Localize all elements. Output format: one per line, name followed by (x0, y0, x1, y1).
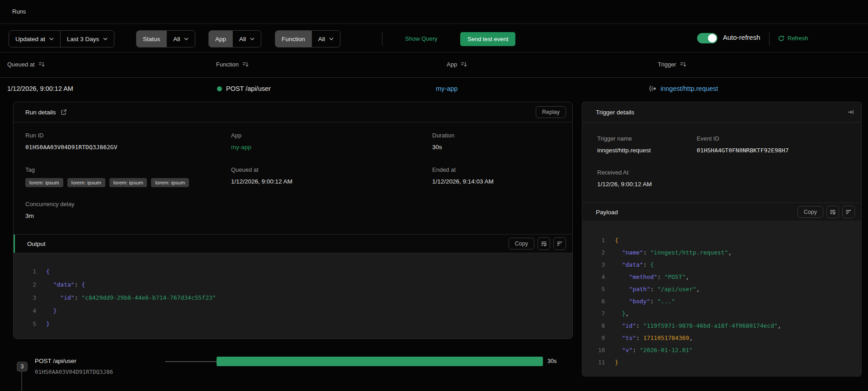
timeline-leader-line (165, 361, 217, 362)
column-header-function[interactable]: Function (216, 61, 249, 68)
tag-badge: lorem: ipsum (25, 178, 63, 187)
concurrency-delay-value: 3m (25, 212, 74, 219)
tag-badge: lorem: ipsum (109, 178, 147, 187)
app-label: App (231, 132, 251, 139)
auto-refresh-toggle[interactable] (697, 33, 717, 43)
app-filter-dropdown[interactable]: All (232, 31, 261, 47)
attempt-count-badge[interactable]: 3 (17, 362, 28, 372)
run-details-title: Run details (25, 109, 56, 116)
chevron-down-icon (329, 38, 334, 40)
app-value-link[interactable]: my-app (231, 144, 251, 151)
trigger-name-value: inngest/http.request (597, 147, 651, 154)
chevron-down-icon (184, 38, 189, 40)
chevron-down-icon (250, 38, 255, 40)
app-filter-value: All (239, 36, 246, 42)
timeline-duration-label: 30s (547, 358, 557, 364)
function-filter-dropdown[interactable]: All (311, 31, 340, 47)
send-test-event-button[interactable]: Send test event (460, 32, 515, 46)
run-id-label: Run ID (25, 132, 118, 139)
code-line: 4 } (27, 304, 572, 317)
wrap-text-button[interactable] (538, 237, 550, 250)
status-filter-dropdown[interactable]: All (166, 31, 195, 47)
time-range-dropdown[interactable]: Last 3 Days (60, 31, 114, 47)
code-line: 2 "data": { (27, 278, 572, 291)
timeline-connector (21, 372, 22, 391)
output-section-header: Output Copy (14, 234, 572, 253)
divider (769, 32, 769, 46)
replay-button[interactable]: Replay (536, 106, 566, 118)
timeline-run-id: 01HS0AA03V04D91RTDQ3J86 (35, 368, 113, 375)
run-details-panel: Run details Replay Run ID 01HS0AA03V04D9… (13, 102, 573, 339)
align-left-button[interactable] (553, 237, 566, 250)
event-id-value: 01HSHA4GT0FN0NRBKTF92E98H7 (697, 147, 789, 154)
function-filter: Function All (275, 30, 340, 47)
trigger-details-header: Trigger details (582, 102, 861, 122)
code-line: 6 "body": "..." (596, 295, 861, 307)
code-line: 4 "method": "POST", (596, 271, 861, 283)
divider (382, 32, 382, 46)
code-line: 1{ (27, 265, 572, 278)
code-line: 7 }, (596, 307, 861, 320)
sort-field-value: Updated at (15, 36, 45, 42)
code-line: 3 "id": "c8429dd9-29b8-44e6-b714-767d34c… (27, 291, 572, 304)
payload-copy-button[interactable]: Copy (797, 206, 823, 218)
code-line: 9 "ts": 1711051784369, (596, 332, 861, 344)
row-trigger-link[interactable]: inngest/http.request (660, 85, 718, 92)
chevron-down-icon (103, 38, 108, 40)
timeline-step[interactable]: 3 POST /api/user 01HS0AA03V04D91RTDQ3J86… (0, 352, 868, 391)
chevron-down-icon (49, 38, 54, 40)
align-left-button[interactable] (842, 206, 855, 218)
time-range-value: Last 3 Days (67, 36, 99, 42)
table-row[interactable]: 1/12/2026, 9:00:12 AM POST /api/user my-… (0, 78, 868, 102)
sort-icon (242, 61, 249, 67)
trigger-details-panel: Trigger details Trigger name inngest/htt… (582, 102, 862, 377)
ended-at-value: 1/12/2026, 9:14:03 AM (432, 178, 494, 185)
code-line: 1{ (596, 234, 861, 246)
sort-time-filter-group: Updated at Last 3 Days (9, 30, 114, 47)
filter-bar: Updated at Last 3 Days Status All App Al… (0, 24, 868, 52)
sort-icon (461, 61, 467, 67)
timeline-duration-bar (217, 357, 543, 366)
ended-at-label: Ended at (432, 166, 494, 173)
status-dot (217, 86, 222, 91)
event-id-label: Event ID (697, 135, 789, 142)
code-line: 8 "id": "119f5971-9878-46bd-a18f-4f06801… (596, 320, 861, 332)
refresh-icon (778, 35, 784, 42)
column-header-app[interactable]: App (447, 61, 467, 68)
row-app-link[interactable]: my-app (436, 85, 458, 92)
external-link-icon[interactable] (61, 109, 67, 115)
run-details-header: Run details Replay (14, 102, 572, 122)
page-title: Runs (12, 8, 26, 15)
table-header: Queued at Function App Trigger (0, 52, 868, 78)
wrap-text-button[interactable] (826, 206, 839, 218)
status-filter-value: All (173, 36, 180, 42)
received-at-label: Received At (597, 169, 652, 176)
app-filter-label: App (209, 31, 232, 47)
output-copy-button[interactable]: Copy (509, 238, 534, 250)
payload-section-header: Payload Copy (582, 203, 861, 221)
queued-at-label: Queued at (231, 166, 292, 173)
column-header-queued-at[interactable]: Queued at (7, 61, 45, 68)
webhook-icon (648, 85, 656, 92)
sort-icon (38, 61, 45, 67)
row-trigger: inngest/http.request (648, 85, 718, 92)
refresh-button[interactable]: Refresh (778, 35, 808, 42)
function-filter-value: All (318, 36, 325, 42)
tag-badge: lorem: ipsum (67, 178, 105, 187)
row-queued-at: 1/12/2026, 9:00:12 AM (7, 85, 73, 92)
collapse-right-icon[interactable] (847, 109, 854, 115)
app-filter: App All (208, 30, 261, 47)
column-header-trigger[interactable]: Trigger (658, 61, 686, 68)
tag-badge: lorem: ipsum (151, 178, 189, 187)
tag-label: Tag (25, 166, 193, 173)
trigger-name-label: Trigger name (597, 135, 651, 142)
toggle-knob (708, 34, 717, 42)
status-filter-label: Status (137, 31, 166, 47)
output-accent-bar (14, 235, 15, 253)
output-code-block: 1{2 "data": {3 "id": "c8429dd9-29b8-44e6… (14, 253, 572, 339)
duration-value: 30s (432, 144, 454, 151)
show-query-link[interactable]: Show Query (405, 35, 438, 42)
sort-field-dropdown[interactable]: Updated at (9, 31, 60, 47)
row-function: POST /api/user (217, 85, 271, 92)
code-line: 5} (27, 317, 572, 330)
